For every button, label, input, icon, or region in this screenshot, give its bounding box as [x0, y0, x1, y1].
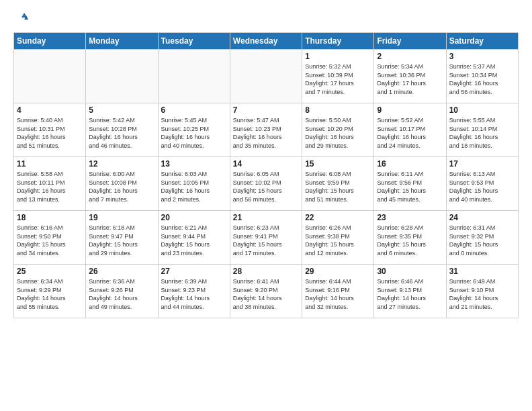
day-info: Sunrise: 6:11 AM Sunset: 9:56 PM Dayligh… — [377, 170, 443, 203]
calendar: SundayMondayTuesdayWednesdayThursdayFrid… — [13, 32, 519, 318]
day-info: Sunrise: 6:05 AM Sunset: 10:02 PM Daylig… — [233, 170, 299, 203]
day-info: Sunrise: 6:41 AM Sunset: 9:20 PM Dayligh… — [233, 277, 299, 311]
day-cell: 15Sunrise: 6:08 AM Sunset: 9:59 PM Dayli… — [302, 157, 374, 211]
week-row-4: 18Sunrise: 6:16 AM Sunset: 9:50 PM Dayli… — [14, 211, 519, 265]
day-number: 25 — [17, 267, 83, 276]
day-number: 12 — [89, 159, 154, 169]
day-cell: 30Sunrise: 6:46 AM Sunset: 9:13 PM Dayli… — [374, 265, 446, 318]
day-info: Sunrise: 6:03 AM Sunset: 10:05 PM Daylig… — [161, 170, 227, 203]
day-info: Sunrise: 5:32 AM Sunset: 10:39 PM Daylig… — [305, 62, 371, 96]
day-cell: 23Sunrise: 6:28 AM Sunset: 9:35 PM Dayli… — [374, 211, 446, 265]
day-cell: 11Sunrise: 5:58 AM Sunset: 10:11 PM Dayl… — [14, 157, 86, 211]
weekday-header-sunday: Sunday — [14, 33, 86, 50]
day-info: Sunrise: 5:50 AM Sunset: 10:20 PM Daylig… — [305, 116, 371, 150]
weekday-header-saturday: Saturday — [446, 33, 518, 50]
day-info: Sunrise: 6:13 AM Sunset: 9:53 PM Dayligh… — [449, 170, 515, 203]
day-cell: 19Sunrise: 6:18 AM Sunset: 9:47 PM Dayli… — [86, 211, 158, 265]
day-number: 20 — [161, 213, 227, 222]
weekday-header-monday: Monday — [86, 33, 158, 50]
day-cell — [158, 50, 230, 103]
day-info: Sunrise: 5:40 AM Sunset: 10:31 PM Daylig… — [17, 116, 83, 150]
day-number: 8 — [305, 105, 371, 115]
day-number: 31 — [449, 267, 515, 276]
day-number: 23 — [377, 213, 443, 222]
day-cell: 22Sunrise: 6:26 AM Sunset: 9:38 PM Dayli… — [302, 211, 374, 265]
day-cell: 24Sunrise: 6:31 AM Sunset: 9:32 PM Dayli… — [446, 211, 518, 265]
day-cell: 12Sunrise: 6:00 AM Sunset: 10:08 PM Dayl… — [86, 157, 158, 211]
day-number: 10 — [449, 105, 515, 115]
day-cell: 10Sunrise: 5:55 AM Sunset: 10:14 PM Dayl… — [446, 103, 518, 157]
day-info: Sunrise: 6:23 AM Sunset: 9:41 PM Dayligh… — [233, 224, 299, 257]
day-cell: 6Sunrise: 5:45 AM Sunset: 10:25 PM Dayli… — [158, 103, 230, 157]
day-number: 9 — [377, 105, 443, 115]
week-row-3: 11Sunrise: 5:58 AM Sunset: 10:11 PM Dayl… — [14, 157, 519, 211]
day-cell: 29Sunrise: 6:44 AM Sunset: 9:16 PM Dayli… — [302, 265, 374, 318]
day-info: Sunrise: 5:45 AM Sunset: 10:25 PM Daylig… — [161, 116, 227, 150]
day-cell — [86, 50, 158, 103]
day-number: 28 — [233, 267, 299, 276]
day-number: 24 — [449, 213, 515, 222]
weekday-header-row: SundayMondayTuesdayWednesdayThursdayFrid… — [14, 33, 519, 50]
day-cell: 9Sunrise: 5:52 AM Sunset: 10:17 PM Dayli… — [374, 103, 446, 157]
day-cell: 5Sunrise: 5:42 AM Sunset: 10:28 PM Dayli… — [86, 103, 158, 157]
weekday-header-tuesday: Tuesday — [158, 33, 230, 50]
weekday-header-friday: Friday — [374, 33, 446, 50]
day-cell: 28Sunrise: 6:41 AM Sunset: 9:20 PM Dayli… — [230, 265, 302, 318]
day-cell: 14Sunrise: 6:05 AM Sunset: 10:02 PM Dayl… — [230, 157, 302, 211]
day-number: 15 — [305, 159, 371, 169]
day-info: Sunrise: 5:52 AM Sunset: 10:17 PM Daylig… — [377, 116, 443, 150]
day-number: 1 — [305, 52, 371, 61]
day-info: Sunrise: 6:08 AM Sunset: 9:59 PM Dayligh… — [305, 170, 371, 203]
day-number: 30 — [377, 267, 443, 276]
day-cell: 25Sunrise: 6:34 AM Sunset: 9:29 PM Dayli… — [14, 265, 86, 318]
day-number: 5 — [89, 105, 154, 115]
day-info: Sunrise: 6:46 AM Sunset: 9:13 PM Dayligh… — [377, 277, 443, 311]
day-number: 7 — [233, 105, 299, 115]
week-row-5: 25Sunrise: 6:34 AM Sunset: 9:29 PM Dayli… — [14, 265, 519, 318]
logo — [13, 11, 30, 26]
day-number: 16 — [377, 159, 443, 169]
day-cell: 8Sunrise: 5:50 AM Sunset: 10:20 PM Dayli… — [302, 103, 374, 157]
header — [13, 11, 519, 26]
day-number: 19 — [89, 213, 154, 222]
day-number: 6 — [161, 105, 227, 115]
day-number: 21 — [233, 213, 299, 222]
day-info: Sunrise: 6:18 AM Sunset: 9:47 PM Dayligh… — [89, 224, 154, 257]
day-info: Sunrise: 6:26 AM Sunset: 9:38 PM Dayligh… — [305, 224, 371, 257]
day-cell — [230, 50, 302, 103]
day-number: 22 — [305, 213, 371, 222]
day-cell — [14, 50, 86, 103]
day-number: 17 — [449, 159, 515, 169]
day-info: Sunrise: 6:00 AM Sunset: 10:08 PM Daylig… — [89, 170, 154, 203]
day-cell: 20Sunrise: 6:21 AM Sunset: 9:44 PM Dayli… — [158, 211, 230, 265]
day-info: Sunrise: 6:28 AM Sunset: 9:35 PM Dayligh… — [377, 224, 443, 257]
day-info: Sunrise: 5:34 AM Sunset: 10:36 PM Daylig… — [377, 62, 443, 96]
day-cell: 27Sunrise: 6:39 AM Sunset: 9:23 PM Dayli… — [158, 265, 230, 318]
day-cell: 16Sunrise: 6:11 AM Sunset: 9:56 PM Dayli… — [374, 157, 446, 211]
day-cell: 4Sunrise: 5:40 AM Sunset: 10:31 PM Dayli… — [14, 103, 86, 157]
day-cell: 1Sunrise: 5:32 AM Sunset: 10:39 PM Dayli… — [302, 50, 374, 103]
day-info: Sunrise: 5:55 AM Sunset: 10:14 PM Daylig… — [449, 116, 515, 150]
day-info: Sunrise: 6:34 AM Sunset: 9:29 PM Dayligh… — [17, 277, 83, 311]
day-cell: 3Sunrise: 5:37 AM Sunset: 10:34 PM Dayli… — [446, 50, 518, 103]
day-number: 3 — [449, 52, 515, 61]
day-info: Sunrise: 6:44 AM Sunset: 9:16 PM Dayligh… — [305, 277, 371, 311]
day-cell: 21Sunrise: 6:23 AM Sunset: 9:41 PM Dayli… — [230, 211, 302, 265]
logo-icon — [13, 11, 28, 26]
day-number: 27 — [161, 267, 227, 276]
day-info: Sunrise: 6:16 AM Sunset: 9:50 PM Dayligh… — [17, 224, 83, 257]
day-info: Sunrise: 6:49 AM Sunset: 9:10 PM Dayligh… — [449, 277, 515, 311]
day-info: Sunrise: 6:39 AM Sunset: 9:23 PM Dayligh… — [161, 277, 227, 311]
day-number: 14 — [233, 159, 299, 169]
weekday-header-wednesday: Wednesday — [230, 33, 302, 50]
day-number: 11 — [17, 159, 83, 169]
day-cell: 26Sunrise: 6:36 AM Sunset: 9:26 PM Dayli… — [86, 265, 158, 318]
day-cell: 2Sunrise: 5:34 AM Sunset: 10:36 PM Dayli… — [374, 50, 446, 103]
week-row-2: 4Sunrise: 5:40 AM Sunset: 10:31 PM Dayli… — [14, 103, 519, 157]
page: SundayMondayTuesdayWednesdayThursdayFrid… — [0, 0, 532, 325]
day-number: 26 — [89, 267, 154, 276]
day-cell: 17Sunrise: 6:13 AM Sunset: 9:53 PM Dayli… — [446, 157, 518, 211]
day-info: Sunrise: 5:47 AM Sunset: 10:23 PM Daylig… — [233, 116, 299, 150]
day-number: 29 — [305, 267, 371, 276]
day-number: 13 — [161, 159, 227, 169]
